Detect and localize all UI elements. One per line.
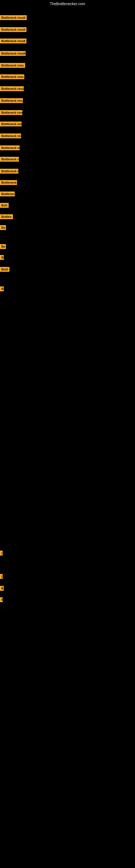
- bottleneck-badge-container-14: Bottleneck res: [0, 169, 18, 175]
- bottleneck-badge-container-9: Bottleneck resu: [0, 110, 22, 116]
- bottleneck-badge-container-24: |: [0, 551, 3, 557]
- bottleneck-badge-13: Bottleneck res: [0, 157, 19, 162]
- bottleneck-badge-container-6: Bottleneck resu: [0, 74, 24, 80]
- bottleneck-badge-container-26: B: [0, 586, 4, 592]
- bottleneck-badge-container-2: Bottleneck result: [0, 27, 27, 33]
- bottleneck-badge-12: Bottleneck res: [0, 145, 20, 150]
- bottleneck-badge-11: Bottleneck resu: [0, 133, 21, 138]
- bottleneck-badge-container-16: Bottlenec: [0, 191, 15, 197]
- bottleneck-badge-26: B: [0, 586, 4, 591]
- bottleneck-badge-1: Bottleneck result: [0, 15, 27, 20]
- bottleneck-badge-24: |: [0, 551, 3, 556]
- bottleneck-badge-container-21: B: [0, 255, 4, 261]
- site-title: TheBottlenecker.com: [0, 0, 135, 8]
- bottleneck-badge-17: Bott: [0, 203, 9, 208]
- bottleneck-badge-container-8: Bottleneck resu: [0, 98, 23, 104]
- bottleneck-badge-9: Bottleneck resu: [0, 110, 22, 115]
- bottleneck-badge-container-5: Bottleneck resu: [0, 63, 25, 69]
- bottleneck-badge-19: Bo: [0, 225, 6, 230]
- bottleneck-badge-container-20: Bo: [0, 244, 6, 250]
- bottleneck-badge-23: B: [0, 286, 4, 291]
- bottleneck-badge-6: Bottleneck resu: [0, 74, 24, 79]
- bottleneck-badge-15: Bottleneck re: [0, 180, 17, 185]
- bottleneck-badge-16: Bottlenec: [0, 191, 15, 196]
- bottleneck-badge-container-27: B: [0, 597, 3, 603]
- bottleneck-badge-10: Bottleneck resu: [0, 122, 21, 126]
- bottleneck-badge-container-12: Bottleneck res: [0, 145, 20, 151]
- bottleneck-badge-2: Bottleneck result: [0, 27, 27, 32]
- bottleneck-badge-container-15: Bottleneck re: [0, 180, 17, 186]
- bottleneck-badge-18: Bottlen: [0, 214, 13, 219]
- bottleneck-badge-14: Bottleneck res: [0, 169, 18, 174]
- bottleneck-badge-container-17: Bott: [0, 203, 9, 209]
- bottleneck-badge-container-3: Bottleneck result: [0, 38, 27, 44]
- bottleneck-badge-25: |: [0, 574, 3, 579]
- bottleneck-badge-container-25: |: [0, 574, 3, 580]
- bottleneck-badge-container-11: Bottleneck resu: [0, 133, 21, 140]
- bottleneck-badge-22: Bottl: [0, 267, 9, 272]
- bottleneck-badge-container-23: B: [0, 286, 4, 292]
- bottleneck-badge-3: Bottleneck result: [0, 38, 27, 43]
- bottleneck-badge-20: Bo: [0, 244, 6, 249]
- bottleneck-badge-container-4: Bottleneck result: [0, 51, 26, 57]
- bottleneck-badge-21: B: [0, 255, 4, 260]
- bottleneck-badge-container-13: Bottleneck res: [0, 157, 19, 163]
- bottleneck-badge-container-7: Bottleneck resu: [0, 86, 24, 92]
- bottleneck-badge-container-18: Bottlen: [0, 214, 13, 220]
- bottleneck-badge-7: Bottleneck resu: [0, 86, 24, 91]
- bottleneck-badge-container-1: Bottleneck result: [0, 15, 27, 21]
- bottleneck-badge-27: B: [0, 597, 3, 602]
- bottleneck-badge-4: Bottleneck result: [0, 51, 26, 56]
- bottleneck-badge-8: Bottleneck resu: [0, 98, 23, 103]
- bottleneck-badge-container-19: Bo: [0, 225, 6, 231]
- bottleneck-badge-5: Bottleneck resu: [0, 63, 25, 68]
- bottleneck-badge-container-10: Bottleneck resu: [0, 122, 21, 127]
- bottleneck-badge-container-22: Bottl: [0, 267, 9, 273]
